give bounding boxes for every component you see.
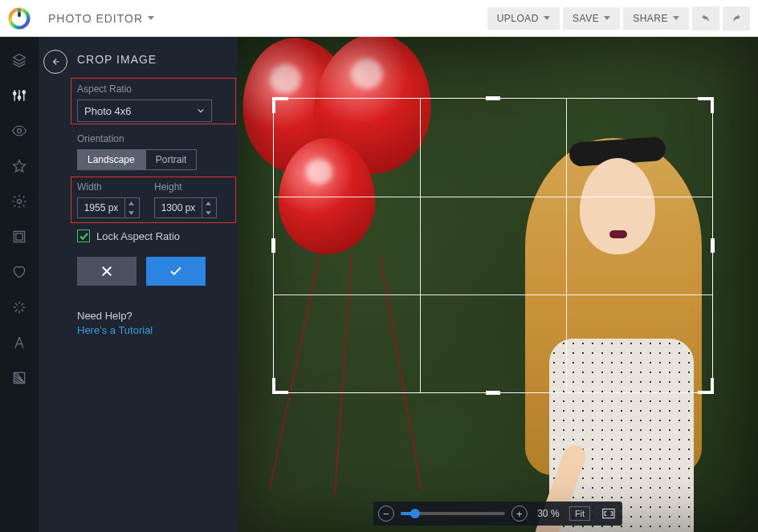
tool-gear-icon[interactable] xyxy=(10,193,28,210)
zoom-in-button[interactable]: + xyxy=(511,506,528,522)
aspect-ratio-label: Aspect Ratio xyxy=(77,83,225,95)
tool-texture-icon[interactable] xyxy=(10,369,28,387)
crop-handle-bl[interactable] xyxy=(272,378,288,394)
landscape-button[interactable]: Landscape xyxy=(77,149,145,170)
zoom-out-button[interactable]: − xyxy=(378,506,394,522)
crop-handle-top[interactable] xyxy=(486,96,500,100)
redo-button[interactable] xyxy=(723,6,750,30)
help-question: Need Help? xyxy=(77,310,225,322)
zoom-thumb[interactable] xyxy=(410,509,420,518)
height-input[interactable] xyxy=(155,202,202,213)
width-label: Width xyxy=(77,181,140,193)
tool-column xyxy=(0,37,39,532)
crop-handle-left[interactable] xyxy=(271,238,275,253)
caret-down-icon xyxy=(604,16,610,20)
save-button[interactable]: SAVE xyxy=(563,7,620,30)
tool-text-icon[interactable] xyxy=(10,334,28,351)
app-menu[interactable]: PHOTO EDITOR xyxy=(40,7,162,30)
fullscreen-button[interactable] xyxy=(600,506,617,522)
width-down[interactable] xyxy=(125,208,137,217)
lock-aspect-checkbox[interactable] xyxy=(77,229,90,242)
width-input-wrap xyxy=(77,197,140,218)
height-up[interactable] xyxy=(202,198,214,208)
aspect-ratio-value: Photo 4x6 xyxy=(84,105,132,117)
upload-button[interactable]: UPLOAD xyxy=(487,7,560,30)
lock-aspect-row[interactable]: Lock Aspect Ratio xyxy=(77,229,225,242)
aspect-ratio-select[interactable]: Photo 4x6 xyxy=(77,99,212,122)
side-panel: CROP IMAGE Aspect Ratio Photo 4x6 Orient… xyxy=(39,37,238,532)
height-down[interactable] xyxy=(202,208,214,217)
svg-point-6 xyxy=(18,129,22,133)
check-icon xyxy=(169,264,183,278)
tool-frame-icon[interactable] xyxy=(10,228,28,246)
back-button[interactable] xyxy=(43,50,67,74)
close-icon xyxy=(100,264,114,278)
caret-down-icon xyxy=(148,16,154,20)
crop-handle-tr[interactable] xyxy=(698,97,714,113)
crop-handle-br[interactable] xyxy=(698,378,714,394)
app-logo xyxy=(8,7,31,30)
tool-eye-icon[interactable] xyxy=(10,122,28,140)
tool-heart-icon[interactable] xyxy=(10,263,28,281)
lock-aspect-label: Lock Aspect Ratio xyxy=(96,230,180,242)
share-button[interactable]: SHARE xyxy=(623,7,689,30)
tool-star-icon[interactable] xyxy=(10,157,28,175)
crop-handle-bottom[interactable] xyxy=(486,391,500,395)
height-label: Height xyxy=(154,181,217,193)
chevron-down-icon xyxy=(197,107,205,115)
width-input[interactable] xyxy=(78,202,124,213)
svg-point-7 xyxy=(18,200,22,204)
orientation-toggle: Landscape Portrait xyxy=(77,149,225,170)
zoom-percent: 30 % xyxy=(534,508,563,519)
tool-layers-icon[interactable] xyxy=(10,51,28,69)
zoom-bar: − + 30 % Fit xyxy=(373,502,622,526)
zoom-fit-button[interactable]: Fit xyxy=(569,506,590,521)
canvas[interactable]: − + 30 % Fit xyxy=(238,37,758,532)
help-link[interactable]: Here's a Tutorial xyxy=(77,324,225,336)
svg-rect-9 xyxy=(16,234,22,240)
height-input-wrap xyxy=(154,197,217,218)
width-up[interactable] xyxy=(125,198,137,208)
portrait-button[interactable]: Portrait xyxy=(145,149,198,170)
app-menu-label: PHOTO EDITOR xyxy=(48,12,143,25)
confirm-button[interactable] xyxy=(146,257,206,286)
crop-handle-tl[interactable] xyxy=(272,97,288,113)
zoom-slider[interactable] xyxy=(401,512,505,515)
crop-overlay[interactable] xyxy=(273,98,713,393)
panel-title: CROP IMAGE xyxy=(77,53,230,66)
cancel-button[interactable] xyxy=(77,257,137,286)
top-bar: PHOTO EDITOR UPLOAD SAVE SHARE xyxy=(0,0,758,37)
undo-button[interactable] xyxy=(692,6,719,30)
tool-sparkle-icon[interactable] xyxy=(10,298,28,316)
orientation-label: Orientation xyxy=(77,133,225,144)
caret-down-icon xyxy=(544,16,550,20)
caret-down-icon xyxy=(673,16,679,20)
crop-handle-right[interactable] xyxy=(711,238,715,253)
tool-adjust-icon[interactable] xyxy=(10,87,28,104)
svg-point-2 xyxy=(18,9,21,12)
